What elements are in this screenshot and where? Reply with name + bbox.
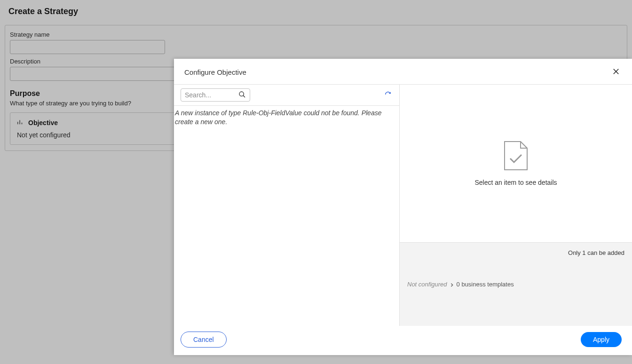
chevron-right-icon [450,281,454,288]
modal-title: Configure Objective [184,68,246,76]
configure-objective-modal: Configure Objective [174,59,632,355]
modal-left-panel: A new instance of type Rule-Obj-FieldVal… [174,85,400,326]
close-button[interactable] [611,67,621,77]
search-wrap[interactable] [181,88,250,102]
detail-placeholder: Select an item to see details [474,179,557,186]
search-icon [238,91,246,100]
not-configured-label: Not configured [407,281,447,288]
apply-button[interactable]: Apply [581,332,622,347]
modal-right-panel: Select an item to see details Not config… [400,85,632,326]
config-limit: Only 1 can be added [568,249,624,319]
cancel-button[interactable]: Cancel [181,332,227,348]
document-check-icon [503,141,529,172]
refresh-button[interactable] [383,90,393,100]
svg-point-5 [239,92,244,96]
close-icon [612,67,620,77]
refresh-icon [385,91,391,99]
search-input[interactable] [185,91,238,99]
svg-line-6 [243,95,245,97]
templates-count: 0 business templates [457,281,514,288]
error-message: A new instance of type Rule-Obj-FieldVal… [174,106,399,129]
